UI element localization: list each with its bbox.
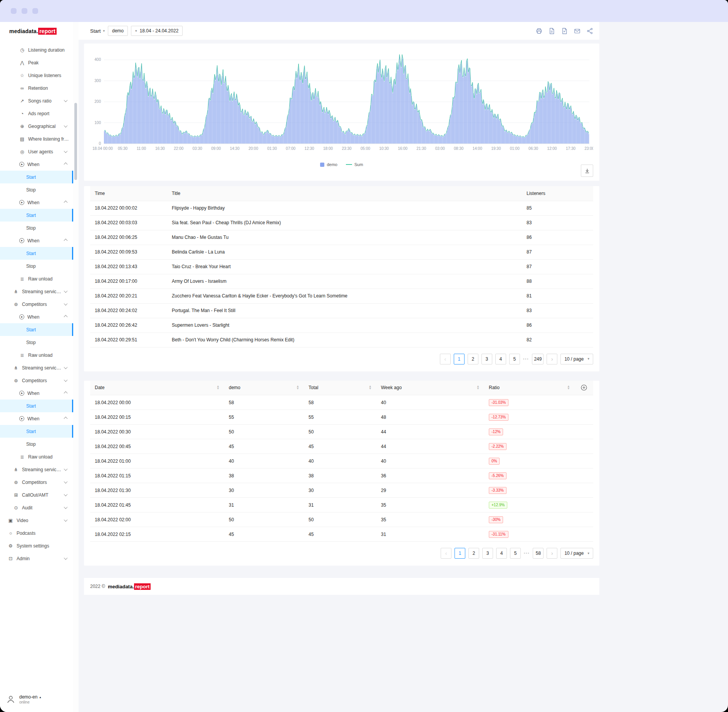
add-column-button[interactable] [579,384,589,391]
sidebar-scrollbar-thumb[interactable] [74,103,77,180]
sidebar-item-where-listening-from[interactable]: Where listening from [0,133,73,145]
sidebar-item-start[interactable]: Start [0,425,73,438]
pagination-page-4[interactable]: 4 [496,548,507,559]
sidebar-item-songs-ratio[interactable]: Songs ratio [0,94,73,107]
pagination-page-3[interactable]: 3 [481,354,492,364]
table-row[interactable]: 18.04.2022 01:15383836-5.26% [90,469,593,483]
sidebar-item-when[interactable]: When [0,412,73,425]
column-header-time[interactable]: Time [90,186,167,201]
date-range-select[interactable]: ▾ 18.04 - 24.04.2022 [131,26,183,36]
pagination-page-3[interactable]: 3 [482,548,493,559]
table-row[interactable]: 18.04.2022 00:09:53Belinda Carlisle - La… [90,245,593,259]
sidebar-item-stop[interactable]: Stop [0,222,73,234]
pagination-page-4[interactable]: 4 [495,354,506,364]
table-row[interactable]: 18.04.2022 00:15555548-12.73% [90,410,593,425]
page-size-select[interactable]: 10 / page▾ [560,354,593,364]
table-row[interactable]: 18.04.2022 00:03:03Sia feat. Sean Paul -… [90,215,593,230]
pagination-page-1[interactable]: 1 [455,548,465,559]
export-pdf-icon[interactable] [548,27,555,34]
legend-item-sum[interactable]: Sum [346,162,363,167]
column-header-ratio[interactable]: Ratio▲▼ [484,381,575,395]
sort-icon[interactable]: ▲▼ [476,385,480,390]
table-row[interactable]: 18.04.2022 00:20:21Zucchero Feat Vanessa… [90,289,593,303]
sidebar-item-user-agents[interactable]: User agents [0,145,73,158]
column-header-date[interactable]: Date▲▼ [90,381,224,395]
sidebar-item-system-settings[interactable]: System settings [0,539,73,552]
sidebar-scrollbar-track[interactable] [73,22,79,712]
sidebar-item-stop[interactable]: Stop [0,438,73,450]
table-row[interactable]: 18.04.2022 01:004040400% [90,454,593,469]
sidebar-item-when[interactable]: When [0,234,73,247]
table-row[interactable]: 18.04.2022 02:15454531-31.11% [90,527,593,542]
pagination-ellipsis[interactable]: ••• [524,551,530,555]
chevron-down-icon[interactable]: ▾ [103,29,105,33]
table-row[interactable]: 18.04.2022 01:30303029-3.33% [90,483,593,498]
sidebar-item-streaming-services[interactable]: Streaming services [0,463,73,476]
station-select[interactable]: demo [108,26,128,36]
sidebar-item-podcasts[interactable]: Podcasts [0,527,73,539]
sidebar-item-start[interactable]: Start [0,400,73,412]
sidebar-item-streaming-services[interactable]: Streaming services [0,285,73,298]
table-row[interactable]: 18.04.2022 00:30505044-12% [90,425,593,439]
sidebar-item-stop[interactable]: Stop [0,183,73,196]
sidebar-item-unique-listeners[interactable]: Unique listeners [0,69,73,82]
pagination-page-2[interactable]: 2 [468,354,478,364]
sidebar-item-admin[interactable]: Admin [0,552,73,565]
sidebar-item-start[interactable]: Start [0,209,73,222]
listeners-bar-chart[interactable]: 010020030040018.04 00:0005:3011:0016:302… [90,47,593,160]
table-row[interactable]: 18.04.2022 00:45454544-2.22% [90,439,593,454]
pagination-page-1[interactable]: 1 [454,354,465,364]
sidebar-item-when[interactable]: When [0,158,73,171]
app-logo[interactable]: mediadata.report [0,22,73,40]
sidebar-item-audit[interactable]: Audit [0,501,73,514]
sidebar-item-peak[interactable]: Peak [0,56,73,69]
table-row[interactable]: 18.04.2022 00:06:25Manu Chao - Me Gustas… [90,230,593,245]
page-size-select[interactable]: 10 / page▾ [560,548,593,559]
sidebar-item-geographical[interactable]: Geographical [0,120,73,133]
legend-item-demo[interactable]: demo [320,162,337,167]
column-header-demo[interactable]: demo▲▼ [224,381,304,395]
pagination-page-5[interactable]: 5 [510,548,521,559]
sidebar-item-competitors[interactable]: Competitors [0,374,73,387]
column-header-week-ago[interactable]: Week ago▲▼ [376,381,484,395]
table-row[interactable]: 18.04.2022 02:00505035-30% [90,512,593,527]
sidebar-item-retention[interactable]: Retention [0,82,73,94]
table-row[interactable]: 18.04.2022 00:26:42Supermen Lovers - Sta… [90,318,593,332]
export-file-icon[interactable] [561,27,568,34]
sidebar-item-when[interactable]: When [0,196,73,209]
chart-download-button[interactable] [581,165,593,177]
pagination-page-58[interactable]: 58 [533,548,543,559]
sort-icon[interactable]: ▲▼ [567,385,570,390]
sidebar-item-callout-amt[interactable]: CallOut/AMT [0,489,73,501]
column-header-listeners[interactable]: Listeners [522,186,593,201]
table-row[interactable]: 18.04.2022 00:29:51Beth - Don't You Worr… [90,332,593,347]
share-icon[interactable] [586,27,593,34]
sidebar-item-raw-unload[interactable]: Raw unload [0,450,73,463]
printer-icon[interactable] [535,27,542,34]
pagination-next-button[interactable]: › [547,354,557,364]
sort-icon[interactable]: ▲▼ [296,385,299,390]
sidebar-item-ads-report[interactable]: Ads report [0,107,73,120]
sidebar-item-start[interactable]: Start [0,247,73,260]
pagination-next-button[interactable]: › [547,548,557,559]
sort-icon[interactable]: ▲▼ [216,385,220,390]
sidebar-item-start[interactable]: Start [0,171,73,183]
pagination-page-249[interactable]: 249 [532,354,543,364]
sidebar-item-streaming-services[interactable]: Streaming services [0,361,73,374]
table-row[interactable]: 18.04.2022 00:00:02Flipsyde - Happy Birt… [90,201,593,215]
sidebar-item-raw-unload[interactable]: Raw unload [0,349,73,361]
table-row[interactable]: 18.04.2022 00:17:00Army Of Lovers - Isra… [90,274,593,289]
column-header-total[interactable]: Total▲▼ [304,381,376,395]
sidebar-item-raw-unload[interactable]: Raw unload [0,272,73,285]
table-row[interactable]: 18.04.2022 01:45313135+12.9% [90,498,593,512]
pagination-ellipsis[interactable]: ••• [523,357,529,361]
column-header-title[interactable]: Title [167,186,522,201]
sidebar-item-when[interactable]: When [0,311,73,323]
email-icon[interactable] [574,27,580,34]
pagination-prev-button[interactable]: ‹ [441,548,451,559]
table-row[interactable]: 18.04.2022 00:24:02Portugal. The Man - F… [90,303,593,318]
sidebar-item-start[interactable]: Start [0,323,73,336]
sidebar-item-stop[interactable]: Stop [0,260,73,272]
sidebar-item-listening-duration[interactable]: Listening duration [0,44,73,56]
sidebar-item-stop[interactable]: Stop [0,336,73,349]
